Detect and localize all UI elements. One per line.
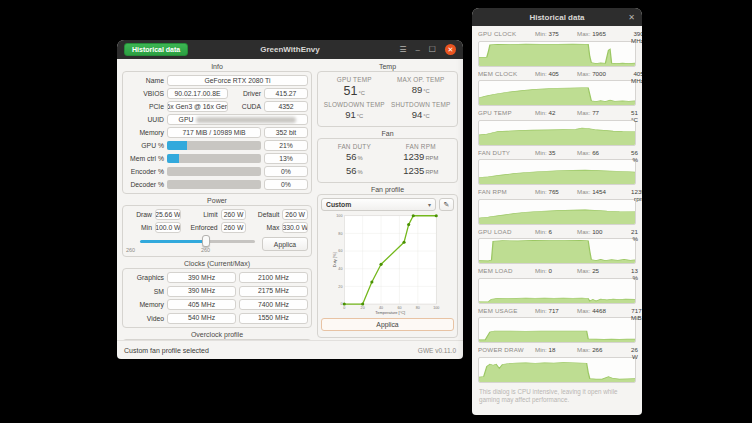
fan-rpm-label: FAN RPM [388,143,455,150]
gwe-main-window: Historical data GreenWithEnvy ☰ – ☐ ✕ In… [117,40,463,359]
fan-rpm-value-2: 1235RPM [388,165,455,176]
power-limit-slider[interactable]: 260 260 [126,235,257,253]
gpu-util-label: GPU % [126,142,164,149]
cpu-intensive-note: This dialog is CPU intensive, leaving it… [478,386,636,409]
history-row-gpu-load: GPU LOAD Min: 6 Max: 100 21 % [478,228,636,265]
svg-text:0: 0 [343,306,345,310]
power-enforced-label: Enforced [184,224,218,231]
memory-clock-current: 405 MHz [167,299,236,310]
fan-duty-value-2: 56% [321,165,388,176]
power-slider-track[interactable] [140,240,255,243]
fan-profile-apply-button[interactable]: Applica [321,318,454,331]
edit-fan-profile-button[interactable]: ✎ [439,198,454,211]
video-clock-label: Video [126,315,164,322]
uuid-label: UUID [126,116,164,123]
decoder-meter [167,180,261,189]
power-slider-handle[interactable] [202,235,210,247]
svg-text:Duty [%]: Duty [%] [332,252,337,267]
vbios-label: VBIOS [126,90,164,97]
maximize-icon[interactable]: ☐ [429,46,436,54]
sparkline-mem-usage [478,317,636,343]
minimize-icon[interactable]: – [415,46,419,54]
slowdown-temp-value: 91°C [321,109,388,120]
svg-text:20: 20 [338,285,342,289]
svg-text:Temperature [°C]: Temperature [°C] [375,310,405,315]
gpu-util-value: 21% [264,140,308,151]
history-row-gpu-temp: GPU TEMP Min: 42 Max: 77 51 °C [478,109,636,146]
cuda-value: 4352 [264,101,308,112]
svg-text:100: 100 [336,214,342,218]
shutdown-temp-label: SHUTDOWN TEMP [388,101,455,108]
power-max-value: 330.0 W [282,222,308,233]
driver-value: 415.27 [264,88,308,99]
max-op-temp-value: 89°C [388,84,455,98]
video-clock-max: 1550 MHz [239,313,308,324]
window-controls: ☰ – ☐ ✕ [399,44,456,55]
history-row-mem-usage: MEM USAGE Min: 717 Max: 4468 717 MiB [478,307,636,344]
close-icon[interactable]: ✕ [445,44,456,55]
svg-text:100: 100 [433,306,439,310]
app-version: GWE v0.11.0 [418,347,456,354]
close-icon[interactable]: ✕ [628,13,635,22]
max-op-temp-label: MAX OP. TEMP [388,76,455,83]
gpu-name-value: GeForce RTX 2080 Ti [167,75,308,86]
info-frame-title: Info [122,63,312,70]
right-column: Temp GPU TEMP MAX OP. TEMP 51°C 89°C SLO… [317,63,458,338]
power-draw-value: 25.66 W [155,209,181,220]
sparkline-power-draw [478,357,636,383]
memory-clock-label: Memory [126,301,164,308]
statusbar: Custom fan profile selected GWE v0.11.0 [117,340,463,359]
fan-duty-label: FAN DUTY [321,143,388,150]
slowdown-temp-label: SLOWDOWN TEMP [321,101,388,108]
history-row-fan-duty: FAN DUTY Min: 35 Max: 66 56 % [478,149,636,186]
svg-text:0: 0 [340,302,342,306]
encoder-meter [167,167,261,176]
temp-frame-title: Temp [317,63,458,70]
uuid-value: GPU [167,114,308,125]
power-limit-label: Limit [184,211,218,218]
cuda-label: CUDA [231,103,261,110]
power-apply-button[interactable]: Applica [262,237,308,251]
power-max-label: Max [249,224,279,231]
power-min-value: 100.0 W [155,222,181,233]
svg-text:40: 40 [338,267,342,271]
gpu-temp-value: 51°C [321,84,388,98]
historical-data-button[interactable]: Historical data [124,43,188,56]
hist-titlebar: Historical data ✕ [472,8,642,26]
info-section: Info Name GeForce RTX 2080 Ti VBIOS 90.0… [122,63,312,194]
historical-data-window: Historical data ✕ GPU CLOCK Min: 375 Max… [472,8,642,415]
slider-min-label: 260 [126,247,135,253]
history-row-mem-load: MEM LOAD Min: 0 Max: 25 13 % [478,267,636,304]
overclock-section: Overclock profile Overclock (80, 400) ▾ … [122,331,312,341]
fan-curve-chart: 020406080100020406080100Temperature [°C]… [321,213,454,316]
clocks-frame-title: Clocks (Current/Max) [122,260,312,267]
hist-content: GPU CLOCK Min: 375 Max: 1965 390 MHz MEM… [472,26,642,415]
vbios-value: 90.02.17.00.8E [167,88,228,99]
overclock-frame-title: Overclock profile [122,331,312,338]
svg-text:40: 40 [379,306,383,310]
power-default-label: Default [249,211,279,218]
pcie-label: PCIe [126,103,164,110]
slider-value-label: 260 [201,247,210,253]
video-clock-current: 540 MHz [167,313,236,324]
left-column: Info Name GeForce RTX 2080 Ti VBIOS 90.0… [122,63,312,338]
fan-profile-section: Fan profile Custom ▾ ✎ 02040608010002040… [317,186,458,338]
graphics-clock-max: 2100 MHz [239,272,308,283]
memory-value: 717 MiB / 10989 MiB [167,127,261,138]
sparkline-fan-duty [478,159,636,185]
sparkline-gpu-load [478,238,636,264]
power-limit-value: 260 W [221,209,247,220]
power-frame-title: Power [122,197,312,204]
encoder-label: Encoder % [126,168,164,175]
gpu-util-meter [167,141,261,150]
sparkline-mem-clock [478,80,636,106]
sm-clock-max: 2175 MHz [239,286,308,297]
history-row-gpu-clock: GPU CLOCK Min: 375 Max: 1965 390 MHz [478,30,636,67]
mem-ctrl-meter [167,154,261,163]
fan-profile-select[interactable]: Custom ▾ [321,198,436,211]
memory-interface-value: 352 bit [264,127,308,138]
clocks-section: Clocks (Current/Max) Graphics 390 MHz 21… [122,260,312,328]
memory-label: Memory [126,129,164,136]
menu-icon[interactable]: ☰ [399,46,406,54]
chevron-down-icon: ▾ [428,201,431,208]
